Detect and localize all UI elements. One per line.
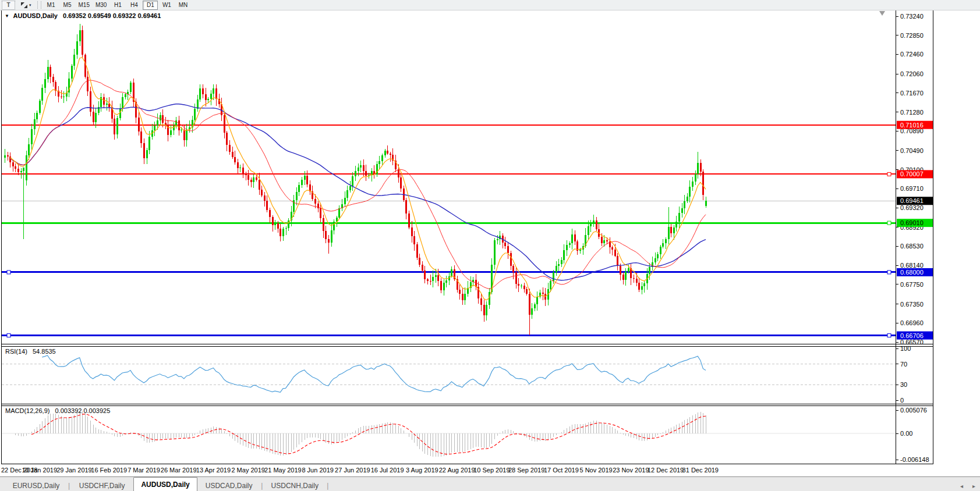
candle-body [352, 176, 353, 186]
date-label: 2 May 2019 [231, 467, 264, 474]
candle-body [625, 272, 627, 279]
candle-body [239, 168, 241, 168]
candle-body [569, 243, 571, 245]
candle-body [678, 213, 680, 222]
candle-body [603, 240, 605, 243]
tab-scroll-left-icon[interactable]: ◂ [956, 483, 968, 491]
tab-usdchf[interactable]: USDCHF,Daily [70, 480, 133, 491]
candle-body [654, 258, 656, 262]
level-handle[interactable] [887, 334, 891, 337]
candle-body [427, 279, 429, 280]
tab-usdcad[interactable]: USDCAD,Daily [197, 480, 260, 491]
timeframe-m15-button[interactable]: M15 [76, 1, 92, 10]
candle-body [521, 286, 522, 286]
candle-body [269, 210, 271, 217]
candle-body [63, 97, 65, 97]
tab-scroll-right-icon[interactable]: ▸ [968, 483, 980, 491]
candle-body [387, 151, 388, 154]
rsi-tick-label: 70 [900, 361, 907, 368]
candle-body [689, 187, 691, 197]
timeframe-m5-button[interactable]: M5 [60, 1, 75, 10]
price-tick-label: 0.69320 [900, 204, 924, 211]
candle-body [684, 201, 685, 208]
candle-body [79, 30, 81, 41]
timeframe-d1-button[interactable]: D1 [143, 1, 158, 10]
candle-body [486, 305, 487, 315]
rsi-tick-label: 0 [900, 397, 904, 404]
candle-body [202, 88, 204, 94]
price-tag-label: 0.70007 [900, 170, 924, 177]
candle-body [296, 192, 298, 200]
price-tick-label: 0.72460 [900, 51, 924, 58]
candle-body [512, 266, 514, 272]
candle-body [355, 171, 356, 176]
candle-body [673, 227, 675, 233]
candle-body [55, 82, 56, 91]
level-handle[interactable] [887, 271, 891, 274]
candle-body [304, 176, 306, 180]
candle-body [325, 231, 327, 239]
level-handle[interactable] [887, 172, 891, 176]
level-handle[interactable] [7, 271, 10, 274]
candle-body [232, 152, 233, 157]
candle-body [432, 277, 434, 281]
timeframe-m30-button[interactable]: M30 [93, 1, 109, 10]
candle-body [210, 94, 212, 99]
price-tick-label: 0.68530 [900, 243, 924, 250]
candle-body [143, 143, 145, 158]
chart-title: ▼ AUDUSD,Daily 0.69352 0.69549 0.69322 0… [5, 12, 161, 19]
candle-body [229, 145, 231, 152]
timeframe-h1-button[interactable]: H1 [110, 1, 125, 10]
candle-body [61, 97, 62, 97]
tab-usdcnh[interactable]: USDCNH,Daily [263, 480, 326, 491]
candle-body [443, 283, 445, 290]
tab-audusd[interactable]: AUDUSD,Daily [133, 477, 197, 491]
candle-body [542, 293, 544, 294]
candle-body [170, 130, 172, 135]
candle-body [242, 168, 244, 174]
candle-body [518, 284, 519, 286]
candle-body [483, 305, 485, 315]
candle-body [103, 97, 105, 105]
candle-body [314, 199, 316, 204]
candle-body [237, 162, 239, 168]
candle-body [660, 247, 661, 255]
candle-body [148, 137, 150, 150]
tab-eurusd[interactable]: EURUSD,Daily [5, 480, 68, 491]
price-tag-label: 0.68000 [900, 269, 924, 276]
level-handle[interactable] [7, 334, 10, 337]
candle-body [687, 197, 688, 201]
candle-body [7, 155, 9, 156]
toolbar-separator [37, 1, 41, 9]
timeframe-h4-button[interactable]: H4 [126, 1, 141, 10]
toolbar: T ▾ M1M5M15M30H1H4D1W1MN [0, 0, 980, 10]
timeframe-m1-button[interactable]: M1 [44, 1, 59, 10]
candle-body [298, 185, 300, 192]
price-tick-label: 0.69710 [900, 185, 924, 192]
price-tick-label: 0.71670 [900, 90, 924, 97]
candle-body [556, 266, 557, 272]
collapse-triangle-icon[interactable]: ▼ [5, 13, 9, 19]
candle-body [41, 88, 43, 101]
level-handle[interactable] [887, 221, 891, 225]
candle-body [52, 77, 54, 82]
candle-body [558, 264, 560, 266]
candle-body [643, 283, 645, 286]
candle-body [480, 298, 482, 305]
price-tick-label: 0.68140 [900, 262, 924, 269]
candle-body [87, 77, 89, 91]
candle-body [224, 115, 225, 133]
candle-body [358, 168, 359, 171]
candle-body [125, 94, 126, 97]
candle-body [259, 180, 260, 190]
text-tool-button[interactable]: T [2, 1, 15, 10]
candle-body [71, 66, 73, 79]
candle-body [363, 165, 365, 171]
date-label: 3 Aug 2019 [406, 467, 438, 474]
candle-body [692, 182, 694, 187]
date-label: 17 Oct 2019 [544, 467, 579, 474]
timeframe-mn-button[interactable]: MN [175, 1, 190, 10]
arrow-tools-button[interactable]: ▾ [18, 1, 34, 10]
timeframe-w1-button[interactable]: W1 [159, 1, 174, 10]
candle-body [400, 177, 402, 188]
